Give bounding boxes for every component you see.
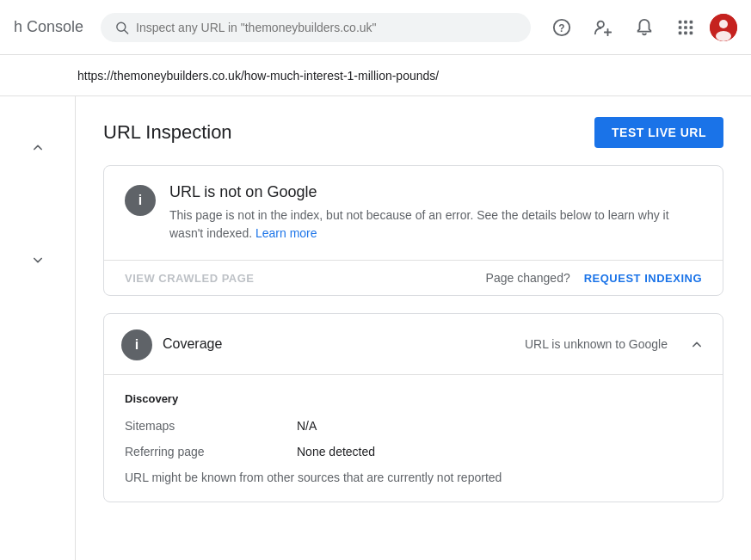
svg-point-18	[716, 31, 731, 41]
sitemaps-label: Sitemaps	[125, 419, 297, 433]
status-description: This page is not in the index, but not b…	[169, 206, 702, 243]
sidebar-scroll-up	[0, 103, 75, 125]
topbar: h Console ?	[0, 0, 751, 55]
avatar-image	[710, 14, 737, 41]
page-header: URL Inspection TEST LIVE URL	[103, 117, 723, 148]
notifications-button[interactable]	[627, 10, 662, 45]
url-search-input[interactable]	[136, 21, 517, 34]
svg-text:?: ?	[558, 22, 564, 34]
coverage-title: Coverage	[163, 336, 222, 352]
coverage-info-icon: i	[121, 329, 152, 360]
svg-point-17	[719, 20, 728, 28]
coverage-card: i Coverage URL is unknown to Google Disc…	[103, 313, 723, 502]
learn-more-link[interactable]: Learn more	[255, 226, 317, 240]
referring-page-label: Referring page	[125, 445, 297, 458]
help-icon: ?	[552, 18, 571, 37]
svg-rect-7	[679, 20, 682, 23]
svg-rect-14	[684, 31, 687, 34]
chevron-up-icon	[29, 138, 46, 156]
status-card-header: i URL is not on Google This page is not …	[104, 166, 723, 260]
svg-rect-13	[679, 31, 682, 34]
svg-rect-12	[690, 26, 693, 29]
svg-rect-10	[679, 26, 682, 29]
coverage-note: URL might be known from other sources th…	[125, 471, 702, 484]
content-area: URL Inspection TEST LIVE URL i URL is no…	[76, 96, 751, 560]
referring-page-value: None detected	[297, 445, 375, 458]
person-add-icon	[594, 18, 612, 37]
svg-rect-11	[684, 26, 687, 29]
search-icon	[114, 20, 129, 35]
bell-icon	[635, 18, 654, 37]
apps-button[interactable]	[668, 10, 703, 45]
view-crawled-page-button[interactable]: VIEW CRAWLED PAGE	[125, 272, 255, 285]
request-indexing-button[interactable]: REQUEST INDEXING	[584, 272, 702, 285]
status-title: URL is not on Google	[169, 183, 702, 201]
coverage-body: Discovery Sitemaps N/A Referring page No…	[104, 375, 723, 502]
sidebar	[0, 96, 76, 560]
status-card-content: URL is not on Google This page is not in…	[169, 183, 702, 243]
action-right: Page changed? REQUEST INDEXING	[486, 271, 702, 285]
topbar-icons: ?	[545, 10, 737, 45]
page-title: URL Inspection	[103, 121, 232, 144]
main-layout: URL Inspection TEST LIVE URL i URL is no…	[0, 96, 751, 560]
svg-point-4	[598, 21, 604, 27]
sitemaps-value: N/A	[297, 419, 317, 433]
status-info-icon: i	[125, 185, 156, 216]
chevron-down-icon	[29, 252, 46, 269]
svg-line-1	[125, 30, 128, 34]
sidebar-collapse-down-btn[interactable]	[0, 238, 75, 283]
discovery-section-title: Discovery	[125, 392, 702, 405]
test-live-url-button[interactable]: TEST LIVE URL	[594, 117, 723, 148]
app-logo: h Console	[14, 18, 83, 36]
referring-page-row: Referring page None detected	[125, 445, 702, 458]
status-card: i URL is not on Google This page is not …	[103, 165, 723, 296]
help-button[interactable]: ?	[545, 10, 579, 45]
coverage-status-text: URL is unknown to Google	[525, 337, 668, 351]
svg-rect-8	[684, 20, 687, 23]
account-button[interactable]	[586, 10, 620, 45]
avatar[interactable]	[710, 14, 737, 41]
url-bar: https://themoneybuilders.co.uk/how-much-…	[0, 55, 751, 96]
page-changed-label: Page changed?	[486, 271, 570, 285]
sidebar-collapse-up-btn[interactable]	[0, 125, 75, 169]
sitemaps-row: Sitemaps N/A	[125, 419, 702, 433]
status-card-actions: VIEW CRAWLED PAGE Page changed? REQUEST …	[104, 260, 723, 295]
svg-rect-15	[690, 31, 693, 34]
coverage-header[interactable]: i Coverage URL is unknown to Google	[104, 314, 723, 374]
svg-rect-9	[690, 20, 693, 23]
grid-icon	[676, 18, 695, 37]
coverage-chevron-icon	[688, 335, 705, 353]
inspected-url: https://themoneybuilders.co.uk/how-much-…	[77, 69, 439, 83]
search-bar[interactable]	[101, 13, 531, 42]
